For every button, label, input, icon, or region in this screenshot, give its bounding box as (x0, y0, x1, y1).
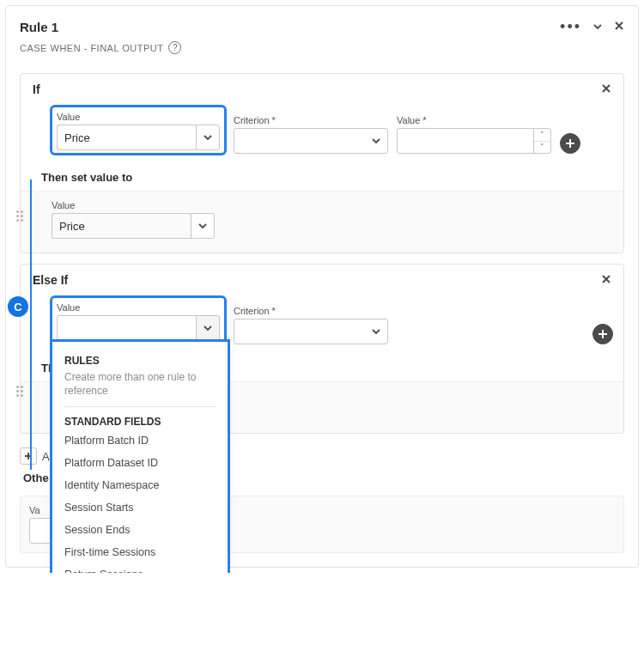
elseif-label: Else If (33, 273, 68, 287)
more-actions-icon[interactable]: ••• (560, 18, 581, 36)
help-icon[interactable]: ? (168, 41, 181, 54)
elseif-header: Else If (21, 265, 623, 294)
dropdown-section-title: RULES (56, 350, 224, 368)
add-condition-button[interactable] (592, 324, 613, 344)
field-label: Value * (397, 115, 551, 125)
connector-line (30, 179, 32, 470)
elseif-criterion-select[interactable] (234, 319, 388, 344)
then-value-selected: Price (52, 213, 191, 239)
dropdown-section-title: STANDARD FIELDS (56, 411, 224, 429)
then-value-field: Value Price (52, 200, 215, 239)
dropdown-item[interactable]: First-time Sessions (56, 541, 224, 563)
then-value-select[interactable]: Price (52, 213, 215, 239)
field-label: Criterion * (234, 306, 388, 316)
dropdown-separator (64, 406, 216, 407)
dropdown-item[interactable]: Session Starts (56, 496, 224, 519)
dropdown-item[interactable]: Platform Dataset ID (56, 452, 224, 474)
chevron-down-icon (196, 125, 220, 150)
add-rule-button[interactable] (20, 447, 37, 465)
dropdown-item[interactable]: Identity Namespace (56, 474, 224, 496)
field-label: Criterion * (234, 115, 388, 125)
if-criterion-field: Criterion * (234, 115, 388, 154)
value-dropdown-panel[interactable]: RULES Create more than one rule to refer… (52, 341, 228, 573)
close-icon[interactable] (601, 82, 611, 96)
if-condition-row: Value Price Criterion * (21, 103, 623, 166)
if-label: If (33, 82, 40, 96)
elseif-section: Else If Value (20, 264, 624, 434)
dropdown-hint: Create more than one rule to reference (56, 368, 224, 405)
if-value-field: Value Price (57, 112, 220, 150)
chevron-down-icon (372, 135, 380, 148)
stepper-down-icon[interactable]: ˅ (534, 142, 550, 154)
if-header: If (21, 74, 623, 103)
elseif-value-selected (57, 315, 196, 341)
elseif-value-field: Value RULES Create more than one rule to… (57, 302, 220, 341)
rule-subtitle-row: Case When - Final Output ? (6, 40, 638, 66)
header-actions: ••• (560, 18, 624, 36)
drag-handle-icon[interactable] (16, 210, 23, 222)
dropdown-item[interactable]: Session Ends (56, 519, 224, 541)
rule-title: Rule 1 (20, 20, 58, 34)
otherwise-text: Otherwise (23, 472, 49, 484)
if-value-select[interactable]: Price (57, 125, 220, 150)
field-label: Value (52, 200, 215, 210)
field-label: Value (57, 302, 220, 313)
dropdown-item[interactable]: Return Sessions (56, 563, 224, 573)
close-icon[interactable] (614, 21, 624, 33)
if-value2-field: Value * ˄ ˅ (397, 115, 551, 154)
drag-handle-icon[interactable] (16, 386, 23, 397)
if-value-selected: Price (57, 125, 196, 150)
chevron-down-icon (372, 326, 380, 338)
then-set-label: Then set value to (21, 166, 623, 191)
elseif-criterion-field: Criterion * (234, 306, 388, 344)
then-block: Value Price (21, 191, 623, 252)
rule-subtitle: Case When - Final Output (20, 43, 163, 53)
elseif-condition-row: Value RULES Create more than one rule to… (21, 294, 623, 356)
field-label-truncated: Va (29, 505, 46, 515)
if-criterion-select[interactable] (234, 128, 388, 154)
field-label: Value (57, 112, 220, 122)
highlight-ring: Value RULES Create more than one rule to… (52, 297, 225, 344)
add-rule-label-truncated: A (42, 450, 50, 463)
highlight-ring: Value Price (52, 106, 225, 154)
rule-header: Rule 1 ••• (6, 6, 638, 40)
step-badge-c: C (8, 296, 28, 317)
elseif-value-select[interactable] (57, 315, 220, 341)
if-section: If Value Price (20, 73, 624, 253)
close-icon[interactable] (601, 273, 611, 287)
rule-body: C If Value Price (6, 66, 638, 567)
chevron-down-icon (191, 213, 215, 239)
if-value-stepper[interactable]: ˄ ˅ (397, 128, 551, 154)
rule-card: Rule 1 ••• Case When - Final Output ? C … (5, 5, 639, 568)
chevron-down-icon (196, 315, 220, 341)
collapse-icon[interactable] (593, 21, 602, 33)
stepper-up-icon[interactable]: ˄ (534, 129, 550, 142)
dropdown-item[interactable]: Platform Batch ID (56, 429, 224, 452)
add-condition-button[interactable] (560, 133, 580, 154)
